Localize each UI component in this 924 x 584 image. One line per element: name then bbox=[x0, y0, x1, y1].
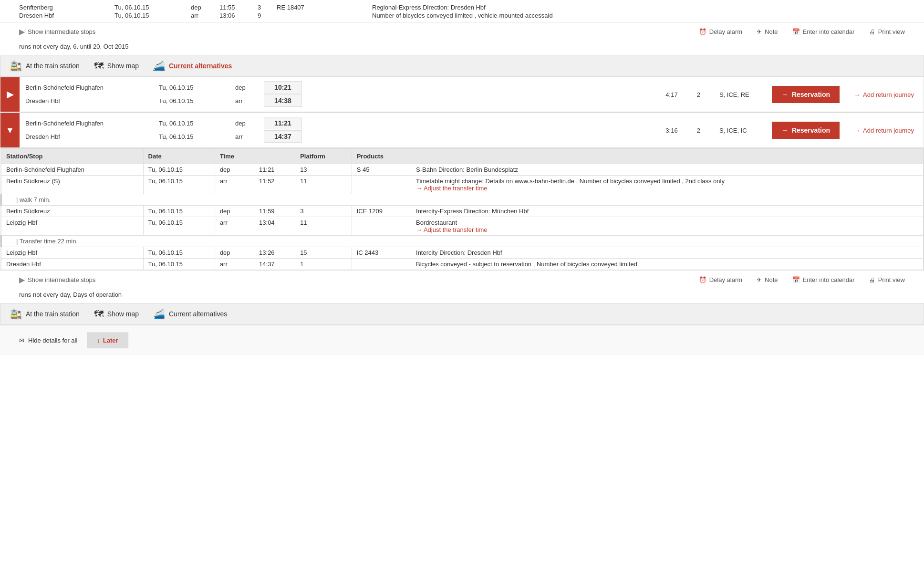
detail-platform-3: 3 bbox=[295, 206, 352, 217]
detail-dep-3: dep bbox=[215, 206, 254, 217]
detail-date-5: Tu, 06.10.15 bbox=[143, 247, 215, 259]
show-intermediate-label-2: Show intermediate stops bbox=[28, 276, 95, 283]
current-alternatives-btn-1[interactable]: 🚄 Current alternatives bbox=[153, 60, 232, 72]
detail-time-5: 13:26 bbox=[254, 247, 295, 259]
add-return-btn-1[interactable]: → Add return journey bbox=[844, 77, 924, 112]
note-icon-1: ✈ bbox=[757, 28, 762, 35]
show-map-btn-1[interactable]: 🗺 Show map bbox=[94, 61, 139, 72]
reservation-arrow-icon-1: → bbox=[781, 91, 788, 98]
expand-icon-2: ▶ bbox=[19, 275, 25, 284]
journey-from-2: Berlin-Schönefeld Flughafen bbox=[25, 120, 159, 127]
note-btn-2[interactable]: ✈ Note bbox=[757, 276, 778, 283]
alternatives-icon-2: 🚄 bbox=[153, 308, 165, 320]
journey-products-value-2: S, ICE, IC bbox=[719, 127, 747, 134]
journey-changes-value-1: 2 bbox=[697, 91, 700, 98]
actions-row-1: ▶ Show intermediate stops ⏰ Delay alarm … bbox=[0, 22, 924, 41]
calendar-btn-2[interactable]: 📅 Enter into calendar bbox=[792, 276, 855, 283]
show-intermediate-label-1: Show intermediate stops bbox=[28, 28, 95, 35]
journey-dep-time-2: 11:21 bbox=[264, 117, 302, 129]
detail-platform-6: 1 bbox=[295, 259, 352, 270]
detail-row-3: Berlin Südkreuz Tu, 06.10.15 dep 11:59 3… bbox=[1, 206, 924, 217]
journey-dep-label-2: dep bbox=[235, 120, 264, 127]
journey-arr-label-1: arr bbox=[235, 97, 264, 104]
prev-time-2: 13:06 bbox=[219, 12, 258, 19]
at-station-btn-2[interactable]: 🚉 At the train station bbox=[10, 308, 80, 320]
prev-dep-1: dep bbox=[191, 4, 219, 11]
detail-platform-5: 15 bbox=[295, 247, 352, 259]
prev-train-section: Senftenberg Tu, 06.10.15 dep 11:55 3 RE … bbox=[0, 0, 924, 22]
prev-spacer-2 bbox=[277, 12, 372, 19]
adjust-link-1[interactable]: → Adjust the transfer time bbox=[416, 185, 488, 192]
calendar-icon-2: 📅 bbox=[792, 276, 800, 283]
reservation-btn-2[interactable]: → Reservation bbox=[772, 122, 840, 139]
detail-date-4: Tu, 06.10.15 bbox=[143, 217, 215, 236]
detail-station-3: Berlin Südkreuz bbox=[1, 206, 144, 217]
current-alternatives-btn-2[interactable]: 🚄 Current alternatives bbox=[153, 308, 227, 320]
detail-table: Station/Stop Date Time Platform Products… bbox=[0, 148, 924, 270]
transfer-row: | Transfer time 22 min. bbox=[1, 236, 924, 247]
adjust-link-2[interactable]: → Adjust the transfer time bbox=[416, 226, 488, 233]
calendar-icon-1: 📅 bbox=[792, 28, 800, 35]
hide-details-btn[interactable]: ✉ Hide details for all bbox=[19, 337, 77, 344]
walk-row: | walk 7 min. bbox=[1, 194, 924, 206]
detail-date-1: Tu, 06.10.15 bbox=[143, 164, 215, 176]
later-button[interactable]: ↓ Later bbox=[87, 333, 128, 348]
detail-info-2: Timetable might change: Details on www.s… bbox=[411, 176, 924, 194]
detail-product-1: S 45 bbox=[352, 164, 411, 176]
col-platform: Platform bbox=[295, 149, 352, 164]
show-intermediate-stops-1[interactable]: ▶ Show intermediate stops bbox=[19, 27, 95, 36]
journey-from-1: Berlin-Schönefeld Flughafen bbox=[25, 84, 159, 91]
detail-info-5: Intercity Direction: Dresden Hbf bbox=[411, 247, 924, 259]
journey-from-date-1: Tu, 06.10.15 bbox=[159, 84, 235, 91]
runs-note-2: runs not every day, Days of operation bbox=[0, 289, 924, 303]
reservation-btn-1[interactable]: → Reservation bbox=[772, 86, 840, 103]
prev-date-2: Tu, 06.10.15 bbox=[114, 12, 191, 19]
map-icon-1: 🗺 bbox=[94, 61, 104, 72]
col-station: Station/Stop bbox=[1, 149, 144, 164]
calendar-btn-1[interactable]: 📅 Enter into calendar bbox=[792, 28, 855, 35]
detail-dep-1: dep bbox=[215, 164, 254, 176]
printer-icon-1: 🖨 bbox=[869, 28, 875, 35]
detail-dep-4: arr bbox=[215, 217, 254, 236]
journey-result-2: ▼ Berlin-Schönefeld Flughafen Tu, 06.10.… bbox=[0, 113, 924, 271]
runs-note-1: runs not every day, 6. until 20. Oct 201… bbox=[0, 41, 924, 55]
detail-dep-5: dep bbox=[215, 247, 254, 259]
at-station-btn-1[interactable]: 🚉 At the train station bbox=[10, 60, 80, 72]
delay-alarm-1[interactable]: ⏰ Delay alarm bbox=[699, 28, 742, 35]
show-intermediate-stops-2[interactable]: ▶ Show intermediate stops bbox=[19, 275, 95, 284]
detail-info-3: Intercity-Express Direction: München Hbf bbox=[411, 206, 924, 217]
journey-products-2: S, ICE, IC bbox=[710, 113, 767, 147]
prev-station-1: Senftenberg bbox=[19, 4, 114, 11]
delay-alarm-2[interactable]: ⏰ Delay alarm bbox=[699, 276, 742, 283]
prev-dep-2: arr bbox=[191, 12, 219, 19]
print-btn-2[interactable]: 🖨 Print view bbox=[869, 276, 905, 283]
add-return-btn-2[interactable]: → Add return journey bbox=[844, 113, 924, 147]
journey-arr-time-1: 14:38 bbox=[264, 94, 302, 107]
detail-row-5: Leipzig Hbf Tu, 06.10.15 dep 13:26 15 IC… bbox=[1, 247, 924, 259]
journey-duration-1: 4:17 bbox=[656, 77, 687, 112]
detail-station-4: Leipzig Hbf bbox=[1, 217, 144, 236]
note-btn-1[interactable]: ✈ Note bbox=[757, 28, 778, 35]
alarm-icon-2: ⏰ bbox=[699, 276, 706, 283]
journey-stations-2: Berlin-Schönefeld Flughafen Tu, 06.10.15… bbox=[20, 113, 656, 147]
reservation-arrow-icon-2: → bbox=[781, 126, 788, 134]
print-btn-1[interactable]: 🖨 Print view bbox=[869, 28, 905, 35]
bottom-bar: ✉ Hide details for all ↓ Later bbox=[0, 325, 924, 355]
journey-to-1: Dresden Hbf bbox=[25, 97, 159, 104]
col-time-label: Time bbox=[215, 149, 254, 164]
journey-dep-label-1: dep bbox=[235, 84, 264, 91]
detail-time-3: 11:59 bbox=[254, 206, 295, 217]
detail-row-4: Leipzig Hbf Tu, 06.10.15 arr 13:04 11 Bo… bbox=[1, 217, 924, 236]
col-info bbox=[411, 149, 924, 164]
detail-dep-6: arr bbox=[215, 259, 254, 270]
show-map-btn-2[interactable]: 🗺 Show map bbox=[94, 309, 139, 320]
map-icon-2: 🗺 bbox=[94, 309, 104, 320]
journey-to-row-2: Dresden Hbf Tu, 06.10.15 arr 14:37 bbox=[25, 130, 650, 143]
journey-from-row-1: Berlin-Schönefeld Flughafen Tu, 06.10.15… bbox=[25, 81, 650, 94]
detail-date-6: Tu, 06.10.15 bbox=[143, 259, 215, 270]
detail-station-2: Berlin Südkreuz (S) bbox=[1, 176, 144, 194]
station-icon-2: 🚉 bbox=[10, 308, 22, 320]
detail-date-3: Tu, 06.10.15 bbox=[143, 206, 215, 217]
station-icon-1: 🚉 bbox=[10, 60, 22, 72]
detail-platform-4: 11 bbox=[295, 217, 352, 236]
